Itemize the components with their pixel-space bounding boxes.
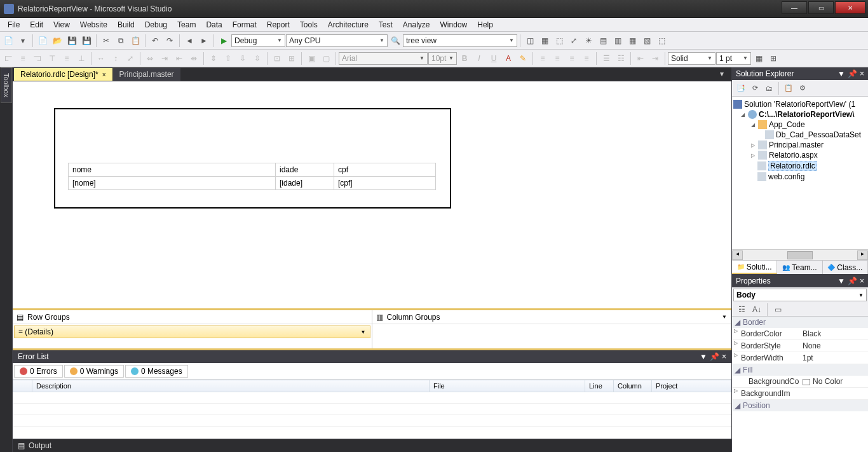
- col-header-idade[interactable]: idade: [276, 163, 334, 177]
- warnings-filter[interactable]: 0 Warnings: [64, 365, 124, 378]
- bold-button[interactable]: B: [458, 51, 471, 65]
- tab-class-view[interactable]: 🔷Class...: [823, 261, 868, 274]
- center-v-icon[interactable]: ⊞: [285, 51, 299, 65]
- categorized-icon[interactable]: ☷: [735, 303, 749, 317]
- project-node[interactable]: C:\...\RelatorioReportView\: [759, 110, 854, 119]
- vspace-dec-icon[interactable]: ⇩: [236, 51, 250, 65]
- cat-fill[interactable]: Fill: [743, 366, 752, 374]
- vspace-eq-icon[interactable]: ⇕: [207, 51, 220, 65]
- errors-filter[interactable]: 0 Errors: [14, 365, 63, 378]
- align-top-icon[interactable]: ⊤: [45, 51, 59, 65]
- output-panel-tab[interactable]: ▤Output: [13, 439, 731, 452]
- report-body[interactable]: nome idade cpf [nome] [idade] [cpf]: [54, 108, 451, 209]
- menu-view[interactable]: View: [48, 19, 75, 31]
- tab-relatorio-rdlc[interactable]: Relatorio.rdlc [Design]*×: [14, 68, 112, 81]
- menu-debug[interactable]: Debug: [140, 19, 172, 31]
- maximize-button[interactable]: ▭: [808, 1, 834, 14]
- border-color-button[interactable]: ▦: [752, 51, 766, 65]
- dataset-node[interactable]: Db_Cad_PessoaDataSet: [776, 130, 861, 139]
- nav-fwd-button[interactable]: ►: [197, 34, 211, 48]
- list-bullet-icon[interactable]: ☰: [599, 51, 613, 65]
- hspace-eq-icon[interactable]: ⇔: [143, 51, 157, 65]
- new-file-button[interactable]: 📄: [36, 34, 50, 48]
- outdent-icon[interactable]: ⇤: [634, 51, 648, 65]
- menu-tools[interactable]: Tools: [295, 19, 323, 31]
- paste-button[interactable]: 📋: [128, 34, 142, 48]
- text-center-icon[interactable]: ≡: [550, 51, 564, 65]
- col-header-cpf[interactable]: cpf: [334, 163, 436, 177]
- new-project-button[interactable]: 📄: [1, 34, 15, 48]
- prop-bordercolor[interactable]: Black: [800, 328, 868, 339]
- hspace-inc-icon[interactable]: ⇥: [158, 51, 172, 65]
- fontsize-combo[interactable]: 10pt▼: [428, 52, 457, 65]
- property-grid[interactable]: ◢Border ▷BorderColorBlack ▷BorderStyleNo…: [732, 317, 868, 452]
- border-style-combo[interactable]: Solid▼: [668, 52, 715, 65]
- bg-color-button[interactable]: ✎: [516, 51, 530, 65]
- col-description[interactable]: Description: [32, 380, 430, 392]
- copy-button[interactable]: ⧉: [114, 34, 128, 48]
- field-cpf[interactable]: [cpf]: [334, 177, 436, 190]
- col-project[interactable]: Project: [652, 380, 731, 392]
- config-combo[interactable]: Debug▼: [231, 34, 285, 47]
- prop-bgimage[interactable]: BackgroundIm: [740, 388, 800, 399]
- chevron-down-icon[interactable]: ▼: [722, 314, 727, 320]
- report-design-surface[interactable]: nome idade cpf [nome] [idade] [cpf]: [13, 81, 731, 308]
- menu-edit[interactable]: Edit: [25, 19, 48, 31]
- nav-back-button[interactable]: ◄: [182, 34, 196, 48]
- align-right-icon[interactable]: ⫎: [31, 51, 44, 65]
- col-blank[interactable]: [13, 380, 32, 392]
- align-center-icon[interactable]: ≡: [16, 51, 30, 65]
- tb-icon4[interactable]: ⤢: [567, 34, 581, 48]
- menu-build[interactable]: Build: [112, 19, 140, 31]
- details-group[interactable]: = (Details)▼: [14, 325, 370, 338]
- font-color-button[interactable]: A: [501, 51, 515, 65]
- prop-bgcolor[interactable]: No Color: [800, 376, 868, 387]
- size-h-icon[interactable]: ↕: [109, 51, 123, 65]
- borders-button[interactable]: ⊞: [766, 51, 780, 65]
- text-justify-icon[interactable]: ≡: [580, 51, 593, 65]
- horizontal-scrollbar[interactable]: ◄►: [732, 249, 868, 260]
- solution-tree[interactable]: Solution 'RelatorioReportView' (1 ◢C:\..…: [732, 97, 868, 249]
- size-both-icon[interactable]: ⤢: [123, 51, 137, 65]
- tb-icon8[interactable]: ▦: [625, 34, 639, 48]
- active-files-dropdown[interactable]: ▾: [715, 67, 729, 81]
- prop-borderstyle[interactable]: None: [800, 340, 868, 352]
- close-button[interactable]: ✕: [835, 1, 865, 14]
- tb-icon9[interactable]: ▧: [640, 34, 654, 48]
- col-file[interactable]: File: [430, 380, 585, 392]
- copy-site-icon[interactable]: 📋: [782, 82, 795, 95]
- underline-button[interactable]: U: [487, 51, 501, 65]
- italic-button[interactable]: I: [472, 51, 486, 65]
- tab-principal-master[interactable]: Principal.master: [113, 68, 180, 81]
- text-left-icon[interactable]: ≡: [536, 51, 550, 65]
- menu-report[interactable]: Report: [262, 19, 295, 31]
- menu-file[interactable]: File: [3, 19, 25, 31]
- menu-team[interactable]: Team: [172, 19, 201, 31]
- toolbox-panel-tab[interactable]: Toolbox: [0, 67, 13, 452]
- vspace-rem-icon[interactable]: ⇳: [250, 51, 264, 65]
- aspx-node[interactable]: Relatorio.aspx: [769, 151, 818, 160]
- tb-icon1[interactable]: ◫: [523, 34, 537, 48]
- tb-icon6[interactable]: ▤: [596, 34, 610, 48]
- menu-format[interactable]: Format: [227, 19, 262, 31]
- chevron-down-icon[interactable]: ▼: [361, 329, 366, 335]
- property-object-combo[interactable]: Body▼: [733, 289, 867, 301]
- close-icon[interactable]: ×: [860, 277, 864, 285]
- menu-architecture[interactable]: Architecture: [323, 19, 374, 31]
- field-idade[interactable]: [idade]: [276, 177, 334, 190]
- tab-solution-explorer[interactable]: 📁Soluti...: [732, 261, 777, 274]
- tb-icon7[interactable]: ▥: [611, 34, 625, 48]
- close-icon[interactable]: ×: [722, 352, 726, 361]
- col-line[interactable]: Line: [585, 380, 614, 392]
- config-icon[interactable]: ⚙: [796, 82, 809, 95]
- border-width-combo[interactable]: 1 pt▼: [716, 52, 751, 65]
- appcode-node[interactable]: App_Code: [769, 120, 805, 129]
- col-column[interactable]: Column: [614, 380, 652, 392]
- cat-position[interactable]: Position: [743, 401, 770, 410]
- tb-icon2[interactable]: ▦: [538, 34, 552, 48]
- col-header-nome[interactable]: nome: [69, 163, 276, 177]
- tab-team-explorer[interactable]: 👥Team...: [777, 261, 822, 274]
- alpha-sort-icon[interactable]: A↓: [750, 303, 764, 317]
- redo-button[interactable]: ↷: [163, 34, 177, 48]
- nest-icon[interactable]: 🗂: [763, 82, 775, 95]
